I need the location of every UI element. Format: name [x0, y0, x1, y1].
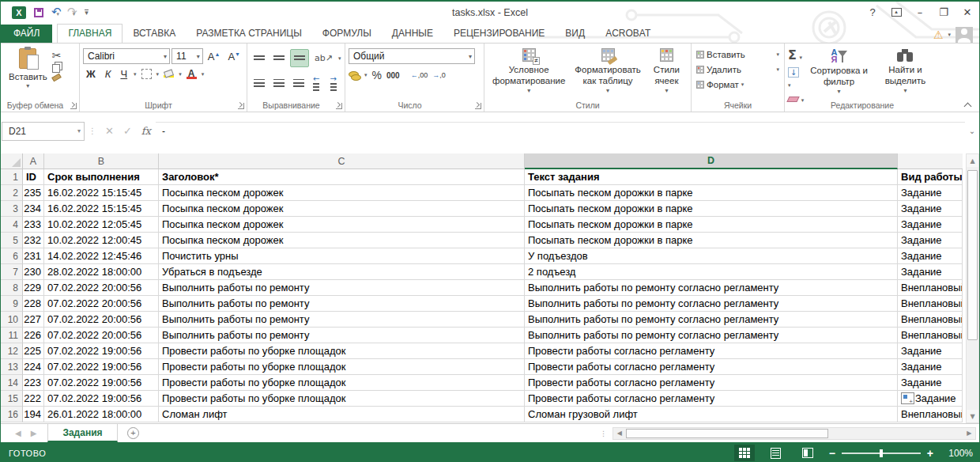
cell-d7[interactable]: 2 подъезд [525, 264, 898, 280]
zoom-out-button[interactable]: − [829, 447, 835, 460]
cell-c6[interactable]: Почистить урны [159, 248, 525, 264]
horizontal-scroll-thumb[interactable] [626, 429, 829, 438]
scroll-down-icon[interactable]: ▼ [967, 410, 978, 422]
cell-b2[interactable]: 16.02.2022 15:15:45 [44, 185, 159, 201]
sheet-nav-left-icon[interactable]: ◀ [15, 429, 21, 437]
fill-button[interactable]: ↓ ▾ [788, 66, 804, 89]
cell-d4[interactable]: Посыпать песком дорожки в парке [525, 217, 898, 233]
cell-c15[interactable]: Провести работы по уборке площадок [159, 391, 525, 407]
autosum-button[interactable]: Σ ▾ [788, 47, 804, 62]
row-header-5[interactable]: 5 [1, 233, 23, 248]
sheet-tab-zadaniya[interactable]: Задания [47, 424, 117, 442]
percent-style-button[interactable]: % [372, 69, 382, 81]
align-bottom-button[interactable] [290, 49, 309, 67]
font-name-combo[interactable]: Calibri▾ [83, 48, 170, 64]
close-button[interactable]: ✕ [956, 3, 979, 22]
cell-e5[interactable]: Задание [898, 233, 963, 248]
underline-dropdown-icon[interactable]: ▾ [134, 71, 137, 78]
cell-a12[interactable]: 225 [23, 343, 44, 359]
accounting-format-icon[interactable] [349, 71, 360, 80]
row-header-1[interactable]: 1 [1, 169, 23, 185]
cell-b3[interactable]: 16.02.2022 15:15:45 [44, 201, 159, 217]
cell-e12[interactable]: Задание [898, 343, 963, 359]
row-header-13[interactable]: 13 [1, 359, 23, 375]
name-box-dropdown-icon[interactable]: ▾ [77, 127, 81, 134]
column-header-a[interactable]: A [23, 153, 44, 169]
align-middle-button[interactable] [270, 50, 288, 66]
ribbon-display-options-button[interactable]: ▴ [884, 3, 908, 22]
new-sheet-button[interactable]: + [118, 424, 149, 442]
cell-b5[interactable]: 10.02.2022 12:00:45 [44, 233, 159, 248]
insert-options-button[interactable] [901, 392, 914, 404]
row-header-6[interactable]: 6 [1, 248, 23, 264]
row-header-15[interactable]: 15 [1, 391, 23, 407]
column-header-d-selected[interactable]: D [525, 153, 898, 169]
cell-b15[interactable]: 07.02.2022 19:00:56 [44, 391, 159, 407]
cell-a16[interactable]: 194 [23, 407, 44, 422]
cell-e3[interactable]: Задание [898, 201, 963, 217]
cell-d8[interactable]: Выполнить работы по ремонту согласно рег… [525, 280, 898, 296]
font-size-combo[interactable]: 11▾ [172, 48, 203, 64]
select-all-corner[interactable] [1, 153, 23, 169]
warning-icon[interactable]: ⚠ [933, 28, 944, 41]
row-header-10[interactable]: 10 [1, 312, 23, 328]
cell-e9[interactable]: Внеплановый [898, 296, 963, 312]
cell-d11[interactable]: Выполнить работы по ремонту согласно рег… [525, 328, 898, 343]
excel-logo-icon[interactable]: X [12, 6, 26, 19]
cell-a6[interactable]: 231 [23, 248, 44, 264]
copy-button[interactable] [52, 64, 60, 73]
format-painter-button[interactable] [51, 74, 62, 82]
cell-c5[interactable]: Посыпка песком дорожек [159, 233, 525, 248]
cell-b4[interactable]: 10.02.2022 12:05:45 [44, 217, 159, 233]
cell-d5[interactable]: Посыпать песком дорожки в парке [525, 233, 898, 248]
tab-file[interactable]: ФАЙЛ [1, 25, 52, 43]
cell-e7[interactable]: Задание [898, 264, 963, 280]
undo-button[interactable]: ↶▾ [51, 6, 59, 18]
align-center-button[interactable] [270, 75, 288, 92]
tab-insert[interactable]: ВСТАВКА [122, 25, 186, 43]
row-header-9[interactable]: 9 [1, 296, 23, 312]
splitter-handle-icon[interactable]: ⋮ [600, 430, 608, 437]
delete-cells-button[interactable]: Удалить▾ [695, 64, 781, 75]
cell-c12[interactable]: Провести работы по уборке площадок [159, 343, 525, 359]
borders-dropdown-icon[interactable]: ▾ [156, 71, 160, 78]
minimize-button[interactable]: – [908, 3, 932, 22]
row-header-7[interactable]: 7 [1, 264, 23, 280]
user-avatar[interactable] [956, 27, 973, 43]
cell-d14[interactable]: Провести работы согласно регламенту [525, 375, 898, 391]
increase-indent-icon[interactable]: → [327, 72, 342, 95]
cell-b6[interactable]: 14.02.2022 12:45:46 [44, 248, 159, 264]
fill-color-dropdown-icon[interactable]: ▾ [179, 71, 182, 78]
alignment-dialog-launcher-icon[interactable] [336, 103, 342, 109]
cell-styles-button[interactable]: Стили ячеек ▾ [646, 46, 688, 97]
font-color-dropdown-icon[interactable]: ▾ [202, 71, 205, 78]
save-icon[interactable] [34, 8, 43, 17]
cell-c10[interactable]: Выполнить работы по ремонту [159, 312, 525, 328]
scroll-right-icon[interactable]: ▶ [963, 430, 975, 437]
horizontal-scrollbar[interactable]: ◀ ▶ [612, 427, 976, 440]
cell-a8[interactable]: 229 [23, 280, 44, 296]
cell-b14[interactable]: 07.02.2022 19:00:56 [44, 375, 159, 391]
cell-c11[interactable]: Выполнить работы по ремонту [159, 328, 525, 343]
number-format-combo[interactable]: Общий▾ [349, 48, 475, 64]
cell-e13[interactable]: Задание [898, 359, 963, 375]
cell-c7[interactable]: Убраться в подъезде [159, 264, 525, 280]
collapse-ribbon-icon[interactable] [964, 101, 971, 108]
scroll-left-icon[interactable]: ◀ [613, 430, 626, 437]
cell-a13[interactable]: 224 [23, 359, 44, 375]
row-header-14[interactable]: 14 [1, 375, 23, 391]
zoom-percentage[interactable]: 100% [944, 448, 973, 459]
paste-button[interactable]: Вставить ▾ [4, 46, 52, 93]
vertical-scrollbar[interactable]: ▲ ▼ [963, 153, 979, 423]
cell-b1[interactable]: Срок выполнения [44, 169, 159, 185]
tab-page-layout[interactable]: РАЗМЕТКА СТРАНИЦЫ [186, 25, 312, 43]
cell-d3[interactable]: Посыпать песком дорожки в парке [525, 201, 898, 217]
cell-c2[interactable]: Посыпка песком дорожек [159, 185, 525, 201]
tab-review[interactable]: РЕЦЕНЗИРОВАНИЕ [443, 25, 555, 43]
insert-cells-button[interactable]: Вставить▾ [695, 49, 781, 60]
comma-style-button[interactable]: 000 [386, 71, 400, 80]
cell-e15[interactable]: Задание [898, 391, 963, 407]
tab-view[interactable]: ВИД [555, 25, 595, 43]
cell-a9[interactable]: 228 [23, 296, 44, 312]
cell-e8[interactable]: Внеплановый [898, 280, 963, 296]
